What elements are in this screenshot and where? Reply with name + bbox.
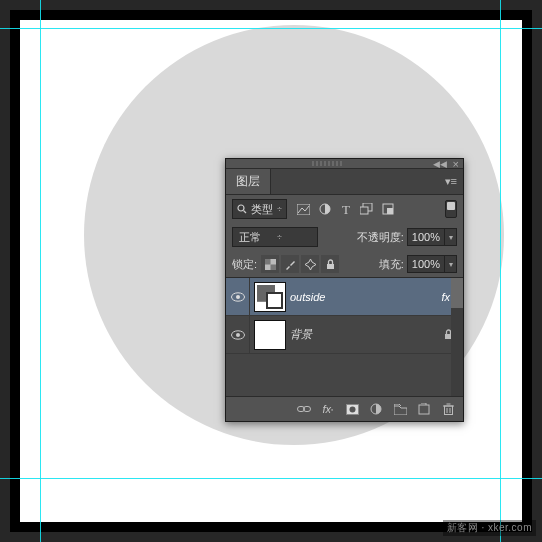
layer-mask-icon[interactable] [345,402,359,416]
visibility-toggle[interactable] [226,278,250,315]
filter-adjust-icon[interactable] [318,202,332,216]
fill-input[interactable]: 100% [407,255,445,273]
blend-mode-value: 正常 [239,230,261,245]
link-layers-icon[interactable] [297,402,311,416]
lock-position-icon[interactable] [301,255,319,273]
svg-rect-11 [327,264,334,269]
svg-rect-7 [387,208,393,214]
tab-layers[interactable]: 图层 [226,169,271,194]
svg-point-20 [349,406,355,412]
filter-kind-label: 类型 [251,202,273,217]
layer-thumbnail[interactable] [254,320,286,350]
svg-rect-5 [360,207,368,214]
fill-stepper[interactable]: ▾ [445,255,457,273]
panel-footer: fx▫ [226,397,463,421]
panel-drag-bar[interactable]: ◀◀ × [226,159,463,169]
chevron-down-icon: ÷ [277,232,282,242]
svg-rect-23 [444,406,452,415]
search-icon [237,204,247,214]
svg-point-15 [236,333,240,337]
layer-name[interactable]: 背景 [290,327,312,342]
layer-name[interactable]: outside [290,291,325,303]
group-icon[interactable] [393,402,407,416]
layer-thumbnail[interactable] [254,282,286,312]
guide-vertical[interactable] [40,0,41,542]
svg-rect-22 [419,405,429,414]
opacity-stepper[interactable]: ▾ [445,228,457,246]
delete-layer-icon[interactable] [441,402,455,416]
fill-label: 填充: [379,257,404,272]
svg-line-1 [244,211,247,214]
svg-point-13 [236,295,240,299]
watermark: 新客网 · xker.com [443,520,536,536]
opacity-value: 100% [412,231,440,243]
collapse-icon[interactable]: ◀◀ [433,159,447,169]
visibility-toggle[interactable] [226,316,250,353]
filter-type-icon[interactable]: T [339,202,353,216]
filter-shape-icon[interactable] [360,202,374,216]
new-layer-icon[interactable] [417,402,431,416]
filter-toggle[interactable] [445,200,457,218]
layers-panel[interactable]: ◀◀ × 图层 ▾≡ 类型 ÷ T [225,158,464,422]
layer-list: outside fx ▾ 背景 [226,277,463,397]
lock-pixels-icon[interactable] [281,255,299,273]
panel-grip [312,161,344,166]
lock-label: 锁定: [232,257,257,272]
filter-pixel-icon[interactable] [297,202,311,216]
guide-vertical[interactable] [500,0,501,542]
close-icon[interactable]: × [453,158,459,170]
opacity-input[interactable]: 100% [407,228,445,246]
adjustment-layer-icon[interactable] [369,402,383,416]
fill-value: 100% [412,258,440,270]
filter-smart-icon[interactable] [381,202,395,216]
filter-kind-dropdown[interactable]: 类型 ÷ [232,199,287,219]
guide-horizontal[interactable] [0,478,542,479]
svg-point-0 [238,205,244,211]
layer-row-background[interactable]: 背景 [226,316,463,354]
guide-horizontal[interactable] [0,28,542,29]
opacity-label: 不透明度: [357,230,404,245]
layer-row-outside[interactable]: outside fx ▾ [226,278,463,316]
lock-all-icon[interactable] [321,255,339,273]
lock-transparent-icon[interactable] [261,255,279,273]
svg-rect-10 [270,264,276,270]
tab-label: 图层 [236,174,260,188]
blend-mode-dropdown[interactable]: 正常 ÷ [232,227,318,247]
chevron-down-icon: ÷ [277,204,282,214]
fx-label: fx [441,291,450,303]
layer-style-icon[interactable]: fx▫ [321,402,335,416]
panel-menu-icon[interactable]: ▾≡ [439,173,463,190]
svg-rect-9 [265,259,271,265]
scrollbar[interactable] [451,278,463,396]
